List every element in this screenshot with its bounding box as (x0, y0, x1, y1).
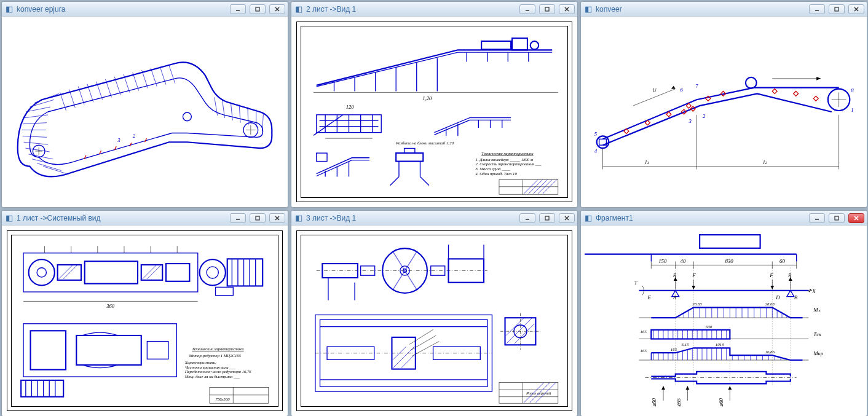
mdi-window-epjura: ◧ konveer epjura (1, 1, 288, 208)
drawing-canvas[interactable]: 360 (2, 226, 288, 416)
svg-line-25 (133, 73, 139, 91)
maximize-button[interactable] (250, 4, 266, 14)
val: 1013 (716, 342, 724, 347)
dim-l2: l₂ (763, 159, 767, 165)
minimize-button[interactable] (230, 4, 246, 14)
maximize-button[interactable] (250, 213, 266, 223)
svg-rect-60 (512, 38, 527, 50)
svg-point-118 (207, 267, 218, 278)
svg-point-95 (746, 77, 757, 88)
tech-header: Технические характеристики (192, 347, 244, 351)
close-button[interactable] (559, 4, 575, 14)
minimize-button[interactable] (809, 213, 825, 223)
window-title: 1 лист ->Системный вид (17, 214, 226, 222)
svg-point-93 (597, 136, 609, 148)
svg-rect-112 (85, 261, 138, 283)
force-label: F (769, 272, 773, 278)
pt-5: 5 (594, 131, 598, 137)
svg-rect-136 (147, 342, 168, 359)
titlebar[interactable]: ◧ 1 лист ->Системный вид (2, 211, 288, 226)
dim-360: 360 (106, 303, 115, 309)
drawing-canvas[interactable]: 5 4 3 2 6 7 8 1 U l₁ l₂ (581, 17, 867, 207)
minimize-button[interactable] (230, 213, 246, 223)
tech-note: 3. Масса груза ____ (475, 167, 511, 171)
svg-line-15 (30, 100, 53, 107)
maximize-button[interactable] (539, 213, 555, 223)
svg-rect-46 (545, 7, 549, 11)
val: 28.63 (692, 302, 702, 306)
dim-l1: l₁ (645, 159, 649, 165)
svg-rect-135 (76, 336, 141, 365)
dim: 150 (658, 258, 667, 264)
mdi-window-fragment: ◧ Фрагмент1 150 40 830 60 (580, 210, 867, 416)
lbl-B: B (794, 294, 798, 300)
titlebar[interactable]: ◧ konveer epjura (2, 2, 288, 17)
sheet-size: 756x500 (216, 397, 231, 401)
val: 28.63 (765, 302, 775, 306)
svg-line-13 (43, 167, 66, 174)
val: 165 (671, 347, 677, 351)
minimize-button[interactable] (519, 213, 535, 223)
maximize-button[interactable] (539, 4, 555, 14)
lbl-A: A (673, 294, 677, 300)
drawing-canvas[interactable]: 150 40 830 60 R F F R (581, 226, 867, 416)
svg-point-61 (531, 41, 539, 49)
svg-line-11 (32, 159, 56, 165)
svg-point-117 (200, 259, 226, 285)
close-button[interactable] (269, 4, 285, 14)
force-label: F (692, 272, 696, 278)
svg-line-8 (24, 142, 48, 144)
svg-line-174 (401, 355, 414, 368)
lbl-Mkr: Mкр (813, 350, 824, 356)
svg-rect-190 (835, 216, 838, 220)
titlebar[interactable]: ◧ 2 лист ->Вид 1 (291, 2, 577, 17)
svg-rect-125 (216, 287, 234, 295)
mdi-window-sheet1: ◧ 1 лист ->Системный вид (1, 210, 288, 416)
svg-rect-90 (835, 7, 838, 11)
svg-line-165 (506, 318, 532, 343)
lbl-D: D (775, 294, 780, 300)
force-label: R (673, 272, 677, 278)
app-icon: ◧ (294, 4, 304, 14)
tech-note: Передаточное число редуктора 16,76 (184, 369, 252, 374)
titlebar[interactable]: ◧ 3 лист ->Вид 1 (291, 211, 577, 226)
svg-point-107 (29, 259, 55, 285)
title-block-name: Ролик верхний (526, 391, 551, 395)
svg-rect-230 (651, 330, 730, 339)
pt-1: 1 (851, 107, 853, 113)
pt-7: 7 (695, 83, 698, 89)
svg-rect-119 (227, 259, 263, 286)
svg-rect-106 (23, 253, 198, 292)
close-button[interactable] (559, 213, 575, 223)
lbl-Mx: Mₓ (813, 307, 821, 313)
maximize-button[interactable] (829, 4, 845, 14)
titlebar[interactable]: ◧ Фрагмент1 (581, 211, 867, 226)
close-button[interactable] (848, 213, 864, 223)
svg-line-7 (23, 136, 47, 137)
close-button[interactable] (269, 213, 285, 223)
val: 630 (706, 324, 712, 329)
lbl-Tsk: Tск (813, 331, 822, 337)
dim-120: 120 (346, 104, 355, 110)
drawing-canvas[interactable]: 1,20 120 (291, 17, 577, 207)
svg-rect-113 (141, 265, 163, 280)
app-icon: ◧ (4, 213, 14, 223)
diam: ⌀55 (676, 398, 682, 406)
titlebar[interactable]: ◧ konveer (581, 2, 867, 17)
app-icon: ◧ (4, 4, 14, 14)
tech-note: Мощ. двиг-ля на быстр.вал ___ (184, 374, 240, 379)
app-icon: ◧ (583, 4, 593, 14)
pt-8: 8 (851, 87, 854, 93)
minimize-button[interactable] (809, 4, 825, 14)
tech-note: Характеристики: (184, 360, 217, 364)
window-title: konveer epjura (17, 5, 226, 14)
close-button[interactable] (848, 4, 864, 14)
drawing-canvas[interactable]: 3 2 (2, 17, 288, 207)
drawing-canvas[interactable]: Ролик верхний (291, 226, 577, 416)
window-title: konveer (596, 5, 805, 14)
reducer-note: Мотор-редуктор 1 МЦ2С165 (188, 353, 241, 358)
minimize-button[interactable] (519, 4, 535, 14)
svg-rect-109 (58, 265, 81, 280)
maximize-button[interactable] (829, 213, 845, 223)
svg-rect-134 (31, 331, 66, 369)
